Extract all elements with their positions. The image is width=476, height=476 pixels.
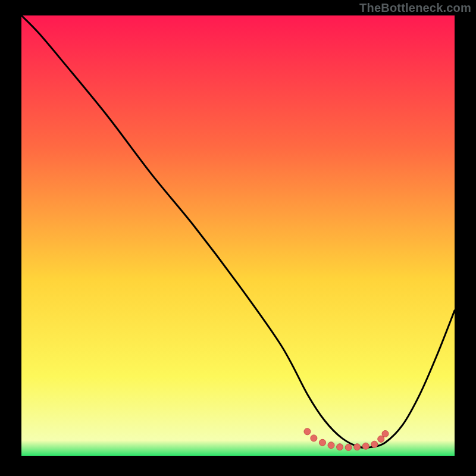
highlight-dot [304,428,311,435]
highlight-dot [354,444,361,450]
highlight-dot [378,436,384,442]
gradient-background [21,15,455,456]
highlight-dot [371,441,378,447]
highlight-dot [382,431,389,437]
highlight-dot [345,444,352,450]
highlight-dot [328,442,334,449]
chart-container: TheBottleneck.com [0,0,476,476]
highlight-dot [319,439,325,446]
watermark-text: TheBottleneck.com [359,1,471,15]
highlight-dot [362,443,369,449]
highlight-dot [311,435,317,441]
chart-plot-area [21,15,455,456]
chart-svg [21,15,455,456]
highlight-dot [337,444,343,450]
